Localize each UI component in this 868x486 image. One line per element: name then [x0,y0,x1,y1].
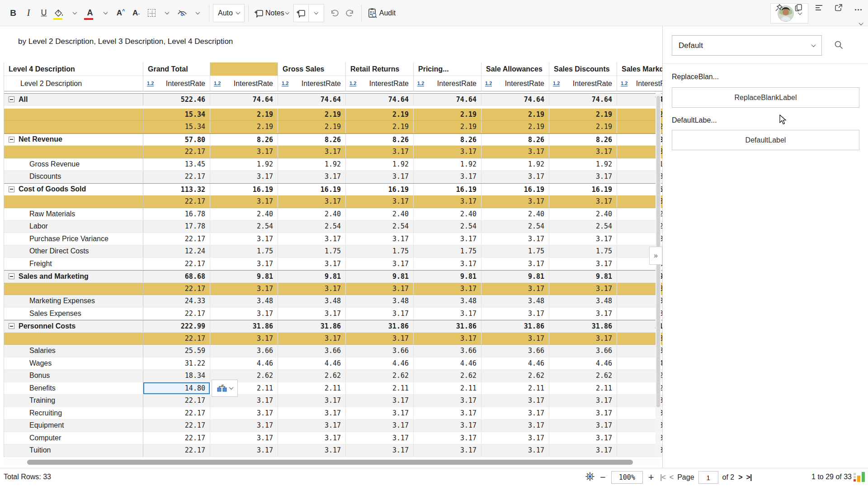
cell[interactable]: 3.17 [345,258,413,270]
cell[interactable]: 3.17 [549,333,617,345]
underline-button[interactable]: U [36,4,52,22]
cell[interactable]: 9.81 [345,271,413,282]
cell[interactable]: 8.26 [413,134,481,146]
column-header[interactable]: Pricing... [413,62,481,76]
cell[interactable]: 2.19 [413,121,481,133]
cell[interactable]: 1.92 [345,158,413,171]
cell[interactable]: 3.17 [278,233,345,245]
cell[interactable]: 3.17 [413,419,481,432]
cell[interactable]: 3.17 [210,444,278,457]
column-header[interactable]: Sales Markd [617,62,662,76]
cell[interactable]: 3.17 [481,419,549,432]
table-row[interactable]: Sales and Marketing68.689.819.819.819.81… [4,270,662,283]
cell[interactable]: 1.92 [481,158,549,171]
cell[interactable]: 3.17 [210,308,278,320]
more-options-button[interactable]: ... [851,2,866,14]
cell[interactable]: 3.17 [549,171,617,183]
table-row[interactable]: Wages31.224.464.464.464.464.464.464.46 [4,357,662,370]
cell[interactable]: 2.62 [278,370,345,382]
column-header[interactable]: Grand Total [143,62,210,76]
row-label[interactable]: Salaries [4,345,143,357]
cell[interactable]: 3.17 [278,444,345,457]
cell[interactable]: 3.17 [549,308,617,320]
cell[interactable]: 3.17 [413,171,481,183]
cell[interactable]: 3.17 [278,283,345,295]
row-label[interactable]: Equipment [4,419,143,432]
cell[interactable]: 2.40 [278,208,345,220]
cell[interactable]: 3.17 [413,283,481,295]
row-label[interactable]: All [4,94,143,105]
cell[interactable]: 2.19 [549,109,617,121]
cell[interactable]: 15.34 [143,109,210,121]
cell[interactable]: 9.81 [278,271,345,282]
zoom-out-button[interactable]: − [600,472,606,482]
cell[interactable]: 3.17 [481,395,549,407]
cell[interactable]: 3.17 [345,395,413,407]
table-row[interactable]: 22.173.173.173.173.173.173.173.17 [4,146,662,158]
cell[interactable]: 9.81 [413,271,481,282]
prev-page-button[interactable]: < [670,473,673,481]
number-format-badge[interactable]: 1.2 [147,81,154,86]
table-row[interactable]: Labor17.782.542.542.542.542.542.542.54 [4,220,662,233]
cell[interactable]: 3.17 [481,258,549,270]
cell[interactable]: 16.19 [549,184,617,195]
cell[interactable]: 74.64 [278,94,345,105]
cell[interactable]: 3.17 [413,308,481,320]
cell[interactable]: 3.17 [210,407,278,419]
cell[interactable]: 3.17 [481,146,549,158]
cell[interactable]: 2.54 [549,220,617,233]
table-row[interactable]: Raw Materials16.782.402.402.402.402.402.… [4,208,662,221]
borders-dropdown[interactable] [159,4,175,22]
cell[interactable]: 3.48 [481,295,549,307]
table-row[interactable]: 15.342.192.192.192.192.192.192.19 [4,109,662,121]
number-format-badge[interactable]: 1.2 [349,81,356,86]
first-page-button[interactable]: |< [660,473,665,481]
cell[interactable]: 3.66 [413,345,481,357]
decrease-font-button[interactable]: Aˇ [128,4,144,22]
cell[interactable]: 3.17 [413,407,481,419]
column-header[interactable]: Sale Allowances [481,62,549,76]
cell[interactable]: 3.48 [413,295,481,307]
cell[interactable]: 3.17 [549,444,617,457]
row-label[interactable]: Marketing Expenses [4,295,143,307]
cell[interactable]: 3.17 [413,432,481,444]
cell[interactable]: 8.26 [210,134,278,146]
cell[interactable]: 31.22 [143,357,210,370]
cell[interactable]: 3.48 [345,295,413,307]
cell[interactable]: 17.78 [143,220,210,233]
cell[interactable]: 2.19 [210,121,278,133]
cell[interactable]: 3.48 [278,295,345,307]
cell[interactable]: 3.17 [210,233,278,245]
cell[interactable]: 3.66 [345,345,413,357]
cell[interactable]: 31.86 [481,320,549,332]
cell[interactable]: 22.17 [143,308,210,320]
cell[interactable]: 1.75 [549,245,617,257]
cell[interactable]: 2.11 [413,382,481,395]
row-label[interactable]: Labor [4,220,143,233]
cell[interactable]: 2.11 [481,382,549,395]
table-row[interactable]: Benefits14.802.112.112.112.112.112.112.1… [4,382,662,395]
cell[interactable]: 3.17 [210,419,278,432]
cell[interactable]: 22.17 [143,407,210,419]
cell[interactable]: 1.92 [278,158,345,171]
cell[interactable]: 9.81 [481,271,549,282]
column-subheader[interactable]: 1.2InterestRate [210,76,278,91]
borders-button[interactable] [144,4,159,22]
cell[interactable]: 1.92 [549,158,617,171]
row-label[interactable] [4,195,143,208]
cell[interactable]: 4.46 [481,357,549,370]
copy-button[interactable] [791,2,807,14]
vertical-scrollbar[interactable] [656,93,661,455]
font-color-button[interactable]: A [82,4,98,22]
undo-button[interactable] [327,4,342,22]
cell[interactable]: 3.17 [413,233,481,245]
cell[interactable]: 22.17 [143,432,210,444]
cell[interactable]: 74.64 [549,94,617,105]
cell[interactable]: 9.81 [210,271,278,282]
cell[interactable]: 2.54 [413,220,481,233]
cell[interactable]: 2.19 [345,109,413,121]
cell[interactable]: 2.40 [481,208,549,220]
cell[interactable]: 16.19 [413,184,481,195]
cell[interactable]: 3.17 [278,171,345,183]
cell[interactable]: 3.17 [549,258,617,270]
